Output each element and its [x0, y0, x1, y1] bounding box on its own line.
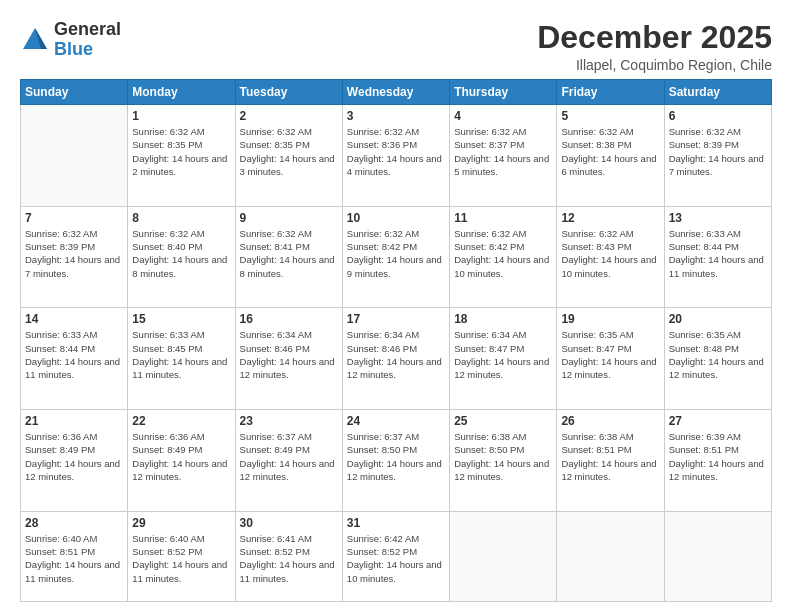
calendar-cell: 13Sunrise: 6:33 AMSunset: 8:44 PMDayligh…: [664, 206, 771, 308]
logo-icon: [20, 25, 50, 55]
day-number: 18: [454, 312, 552, 326]
subtitle: Illapel, Coquimbo Region, Chile: [537, 57, 772, 73]
day-number: 21: [25, 414, 123, 428]
day-info: Sunrise: 6:32 AMSunset: 8:39 PMDaylight:…: [669, 125, 767, 178]
day-info: Sunrise: 6:32 AMSunset: 8:41 PMDaylight:…: [240, 227, 338, 280]
day-number: 4: [454, 109, 552, 123]
day-info: Sunrise: 6:32 AMSunset: 8:35 PMDaylight:…: [240, 125, 338, 178]
day-number: 17: [347, 312, 445, 326]
calendar-cell: 16Sunrise: 6:34 AMSunset: 8:46 PMDayligh…: [235, 308, 342, 410]
day-info: Sunrise: 6:37 AMSunset: 8:50 PMDaylight:…: [347, 430, 445, 483]
calendar-cell: 2Sunrise: 6:32 AMSunset: 8:35 PMDaylight…: [235, 105, 342, 207]
day-info: Sunrise: 6:32 AMSunset: 8:37 PMDaylight:…: [454, 125, 552, 178]
day-number: 5: [561, 109, 659, 123]
day-info: Sunrise: 6:40 AMSunset: 8:52 PMDaylight:…: [132, 532, 230, 585]
calendar-cell: 14Sunrise: 6:33 AMSunset: 8:44 PMDayligh…: [21, 308, 128, 410]
day-info: Sunrise: 6:32 AMSunset: 8:39 PMDaylight:…: [25, 227, 123, 280]
calendar-cell: 15Sunrise: 6:33 AMSunset: 8:45 PMDayligh…: [128, 308, 235, 410]
calendar-cell: 4Sunrise: 6:32 AMSunset: 8:37 PMDaylight…: [450, 105, 557, 207]
day-number: 1: [132, 109, 230, 123]
day-number: 9: [240, 211, 338, 225]
day-number: 8: [132, 211, 230, 225]
day-number: 3: [347, 109, 445, 123]
day-info: Sunrise: 6:35 AMSunset: 8:47 PMDaylight:…: [561, 328, 659, 381]
month-title: December 2025: [537, 20, 772, 55]
day-info: Sunrise: 6:32 AMSunset: 8:43 PMDaylight:…: [561, 227, 659, 280]
day-number: 27: [669, 414, 767, 428]
day-number: 2: [240, 109, 338, 123]
calendar-cell: 10Sunrise: 6:32 AMSunset: 8:42 PMDayligh…: [342, 206, 449, 308]
day-number: 14: [25, 312, 123, 326]
day-info: Sunrise: 6:32 AMSunset: 8:36 PMDaylight:…: [347, 125, 445, 178]
day-number: 25: [454, 414, 552, 428]
col-header-wednesday: Wednesday: [342, 80, 449, 105]
day-info: Sunrise: 6:34 AMSunset: 8:47 PMDaylight:…: [454, 328, 552, 381]
calendar-cell: 26Sunrise: 6:38 AMSunset: 8:51 PMDayligh…: [557, 410, 664, 512]
calendar-cell: 11Sunrise: 6:32 AMSunset: 8:42 PMDayligh…: [450, 206, 557, 308]
day-info: Sunrise: 6:38 AMSunset: 8:50 PMDaylight:…: [454, 430, 552, 483]
day-info: Sunrise: 6:32 AMSunset: 8:38 PMDaylight:…: [561, 125, 659, 178]
day-info: Sunrise: 6:34 AMSunset: 8:46 PMDaylight:…: [240, 328, 338, 381]
calendar-cell: 19Sunrise: 6:35 AMSunset: 8:47 PMDayligh…: [557, 308, 664, 410]
day-info: Sunrise: 6:42 AMSunset: 8:52 PMDaylight:…: [347, 532, 445, 585]
calendar-cell: 30Sunrise: 6:41 AMSunset: 8:52 PMDayligh…: [235, 511, 342, 601]
calendar-cell: 5Sunrise: 6:32 AMSunset: 8:38 PMDaylight…: [557, 105, 664, 207]
day-number: 26: [561, 414, 659, 428]
day-info: Sunrise: 6:32 AMSunset: 8:35 PMDaylight:…: [132, 125, 230, 178]
calendar-cell: [21, 105, 128, 207]
day-number: 23: [240, 414, 338, 428]
day-number: 20: [669, 312, 767, 326]
calendar-cell: 18Sunrise: 6:34 AMSunset: 8:47 PMDayligh…: [450, 308, 557, 410]
calendar-table: SundayMondayTuesdayWednesdayThursdayFrid…: [20, 79, 772, 602]
day-info: Sunrise: 6:40 AMSunset: 8:51 PMDaylight:…: [25, 532, 123, 585]
day-info: Sunrise: 6:41 AMSunset: 8:52 PMDaylight:…: [240, 532, 338, 585]
day-number: 7: [25, 211, 123, 225]
page: General Blue December 2025 Illapel, Coqu…: [0, 0, 792, 612]
day-info: Sunrise: 6:36 AMSunset: 8:49 PMDaylight:…: [25, 430, 123, 483]
day-info: Sunrise: 6:33 AMSunset: 8:44 PMDaylight:…: [25, 328, 123, 381]
day-number: 22: [132, 414, 230, 428]
col-header-friday: Friday: [557, 80, 664, 105]
day-number: 12: [561, 211, 659, 225]
day-number: 11: [454, 211, 552, 225]
day-info: Sunrise: 6:32 AMSunset: 8:42 PMDaylight:…: [347, 227, 445, 280]
header: General Blue December 2025 Illapel, Coqu…: [20, 20, 772, 73]
day-number: 31: [347, 516, 445, 530]
day-info: Sunrise: 6:37 AMSunset: 8:49 PMDaylight:…: [240, 430, 338, 483]
col-header-saturday: Saturday: [664, 80, 771, 105]
day-number: 28: [25, 516, 123, 530]
calendar-cell: 17Sunrise: 6:34 AMSunset: 8:46 PMDayligh…: [342, 308, 449, 410]
day-number: 6: [669, 109, 767, 123]
day-info: Sunrise: 6:36 AMSunset: 8:49 PMDaylight:…: [132, 430, 230, 483]
day-number: 19: [561, 312, 659, 326]
calendar-cell: [557, 511, 664, 601]
calendar-cell: 29Sunrise: 6:40 AMSunset: 8:52 PMDayligh…: [128, 511, 235, 601]
calendar-cell: 22Sunrise: 6:36 AMSunset: 8:49 PMDayligh…: [128, 410, 235, 512]
col-header-tuesday: Tuesday: [235, 80, 342, 105]
day-number: 24: [347, 414, 445, 428]
day-info: Sunrise: 6:35 AMSunset: 8:48 PMDaylight:…: [669, 328, 767, 381]
col-header-sunday: Sunday: [21, 80, 128, 105]
day-number: 30: [240, 516, 338, 530]
day-info: Sunrise: 6:34 AMSunset: 8:46 PMDaylight:…: [347, 328, 445, 381]
day-info: Sunrise: 6:32 AMSunset: 8:42 PMDaylight:…: [454, 227, 552, 280]
day-info: Sunrise: 6:33 AMSunset: 8:45 PMDaylight:…: [132, 328, 230, 381]
week-row-1: 1Sunrise: 6:32 AMSunset: 8:35 PMDaylight…: [21, 105, 772, 207]
calendar-cell: 21Sunrise: 6:36 AMSunset: 8:49 PMDayligh…: [21, 410, 128, 512]
day-number: 15: [132, 312, 230, 326]
calendar-cell: 20Sunrise: 6:35 AMSunset: 8:48 PMDayligh…: [664, 308, 771, 410]
day-info: Sunrise: 6:38 AMSunset: 8:51 PMDaylight:…: [561, 430, 659, 483]
week-row-2: 7Sunrise: 6:32 AMSunset: 8:39 PMDaylight…: [21, 206, 772, 308]
day-info: Sunrise: 6:33 AMSunset: 8:44 PMDaylight:…: [669, 227, 767, 280]
calendar-cell: 1Sunrise: 6:32 AMSunset: 8:35 PMDaylight…: [128, 105, 235, 207]
calendar-cell: 6Sunrise: 6:32 AMSunset: 8:39 PMDaylight…: [664, 105, 771, 207]
day-info: Sunrise: 6:32 AMSunset: 8:40 PMDaylight:…: [132, 227, 230, 280]
col-header-monday: Monday: [128, 80, 235, 105]
logo-blue: Blue: [54, 39, 93, 59]
week-row-5: 28Sunrise: 6:40 AMSunset: 8:51 PMDayligh…: [21, 511, 772, 601]
calendar-cell: 9Sunrise: 6:32 AMSunset: 8:41 PMDaylight…: [235, 206, 342, 308]
calendar-cell: 31Sunrise: 6:42 AMSunset: 8:52 PMDayligh…: [342, 511, 449, 601]
logo-text: General Blue: [54, 20, 121, 60]
calendar-cell: 12Sunrise: 6:32 AMSunset: 8:43 PMDayligh…: [557, 206, 664, 308]
week-row-4: 21Sunrise: 6:36 AMSunset: 8:49 PMDayligh…: [21, 410, 772, 512]
